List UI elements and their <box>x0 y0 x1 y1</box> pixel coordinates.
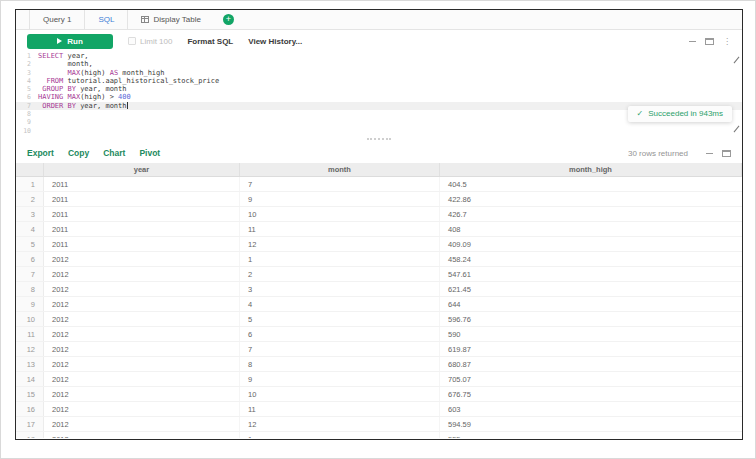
format-sql-button[interactable]: Format SQL <box>187 37 233 46</box>
code-line[interactable]: 6HAVING MAX(high) > 400 <box>16 93 742 101</box>
code-line[interactable]: 3 MAX(high) AS month_high <box>16 69 742 77</box>
month-high-cell: 409.09 <box>440 237 742 251</box>
view-history-button[interactable]: View History... <box>248 37 302 46</box>
tab-sql[interactable]: SQL <box>84 10 127 29</box>
table-row[interactable]: 1420129705.07 <box>16 372 742 387</box>
row-number: 2 <box>16 192 44 206</box>
month-cell: 6 <box>240 327 440 341</box>
collapse-icon[interactable] <box>706 153 713 154</box>
pane-splitter[interactable] <box>16 135 742 143</box>
month-high-cell: 458.24 <box>440 252 742 266</box>
success-toast: ✓ Succeeded in 943ms <box>628 106 732 122</box>
page-canvas: Query 1 SQL Display Table + Run Limit 10… <box>0 0 756 459</box>
year-cell: 2011 <box>44 237 240 251</box>
splitter-handle-icon <box>367 138 391 140</box>
year-cell: 2011 <box>44 192 240 206</box>
month-cell: 1 <box>240 252 440 266</box>
month-high-cell: 621.45 <box>440 282 742 296</box>
copy-button[interactable]: Copy <box>68 148 89 158</box>
year-cell: 2012 <box>44 387 240 401</box>
table-row[interactable]: 720122547.61 <box>16 267 742 282</box>
year-cell: 2012 <box>44 417 240 431</box>
line-number: 3 <box>16 69 38 77</box>
row-number: 13 <box>16 357 44 371</box>
line-number: 5 <box>16 85 38 93</box>
limit-label: Limit 100 <box>140 37 172 46</box>
table-row[interactable]: 1320128680.87 <box>16 357 742 372</box>
month-high-cell: 705.07 <box>440 372 742 386</box>
tab-bar: Query 1 SQL Display Table + <box>16 10 742 30</box>
row-number: 12 <box>16 342 44 356</box>
year-cell: 2011 <box>44 207 240 221</box>
table-row[interactable]: 1220127619.87 <box>16 342 742 357</box>
year-cell: 2011 <box>44 222 240 236</box>
month-high-cell: 555 <box>440 432 742 438</box>
table-row[interactable]: 4201111408 <box>16 222 742 237</box>
table-icon <box>141 16 149 23</box>
tab-query-1[interactable]: Query 1 <box>29 10 84 29</box>
year-cell: 2012 <box>44 357 240 371</box>
year-cell: 2012 <box>44 267 240 281</box>
month-cell: 10 <box>240 207 440 221</box>
month-high-cell: 594.59 <box>440 417 742 431</box>
table-row[interactable]: 1120126590 <box>16 327 742 342</box>
month-cell: 10 <box>240 387 440 401</box>
year-cell: 2012 <box>44 297 240 311</box>
code-text: ORDER BY year, month <box>38 102 128 110</box>
month-high-cell: 676.75 <box>440 387 742 401</box>
month-cell: 7 <box>240 177 440 191</box>
export-button[interactable]: Export <box>27 148 54 158</box>
month-cell: 12 <box>240 417 440 431</box>
row-number: 3 <box>16 207 44 221</box>
month-cell: 9 <box>240 372 440 386</box>
add-query-button[interactable]: + <box>223 14 234 25</box>
table-row[interactable]: 620121458.24 <box>16 252 742 267</box>
table-row[interactable]: 15201210676.75 <box>16 387 742 402</box>
expand-window-icon[interactable] <box>722 150 731 157</box>
limit-toggle[interactable]: Limit 100 <box>128 37 172 46</box>
code-line[interactable]: 10 <box>16 127 742 135</box>
row-number: 17 <box>16 417 44 431</box>
column-header-month[interactable]: month <box>240 163 440 176</box>
month-high-cell: 590 <box>440 327 742 341</box>
line-number: 9 <box>16 118 38 126</box>
code-line[interactable]: 1SELECT year, <box>16 52 742 60</box>
column-header-month-high[interactable]: month_high <box>440 163 742 176</box>
code-line[interactable]: 5 GROUP BY year, month <box>16 85 742 93</box>
table-row[interactable]: 820123621.45 <box>16 282 742 297</box>
code-line[interactable]: 4 FROM tutorial.aapl_historical_stock_pr… <box>16 77 742 85</box>
table-row[interactable]: 220119422.86 <box>16 192 742 207</box>
year-cell: 2012 <box>44 282 240 296</box>
table-row[interactable]: 120117404.5 <box>16 177 742 192</box>
code-line[interactable]: 2 month, <box>16 60 742 68</box>
row-number-header <box>16 163 44 176</box>
table-row[interactable]: 16201211603 <box>16 402 742 417</box>
results-toolbar: Export Copy Chart Pivot 30 rows returned <box>16 143 742 163</box>
sql-code-editor[interactable]: 1SELECT year,2 month,3 MAX(high) AS mont… <box>16 52 742 135</box>
table-row[interactable]: 5201112409.09 <box>16 237 742 252</box>
code-text: SELECT year, <box>38 52 89 60</box>
table-row[interactable]: 3201110426.7 <box>16 207 742 222</box>
pivot-button[interactable]: Pivot <box>139 148 160 158</box>
table-row[interactable]: 1020125596.76 <box>16 312 742 327</box>
kebab-menu-icon[interactable]: ⋮ <box>723 38 731 45</box>
month-high-cell: 603 <box>440 402 742 416</box>
table-row[interactable]: 1820131555 <box>16 432 742 438</box>
collapse-icon[interactable] <box>689 41 696 42</box>
row-number: 5 <box>16 237 44 251</box>
expand-window-icon[interactable] <box>705 38 714 45</box>
month-cell: 8 <box>240 357 440 371</box>
checkbox-icon[interactable] <box>128 37 136 45</box>
year-cell: 2012 <box>44 252 240 266</box>
tab-display-table[interactable]: Display Table <box>127 10 213 29</box>
editor-lines: 1SELECT year,2 month,3 MAX(high) AS mont… <box>16 52 742 135</box>
table-row[interactable]: 17201212594.59 <box>16 417 742 432</box>
chart-button[interactable]: Chart <box>103 148 125 158</box>
run-button[interactable]: Run <box>27 34 113 49</box>
month-high-cell: 680.87 <box>440 357 742 371</box>
row-number: 14 <box>16 372 44 386</box>
column-header-year[interactable]: year <box>44 163 240 176</box>
table-row[interactable]: 920124644 <box>16 297 742 312</box>
month-cell: 12 <box>240 237 440 251</box>
rows-returned-status: 30 rows returned <box>628 149 688 158</box>
